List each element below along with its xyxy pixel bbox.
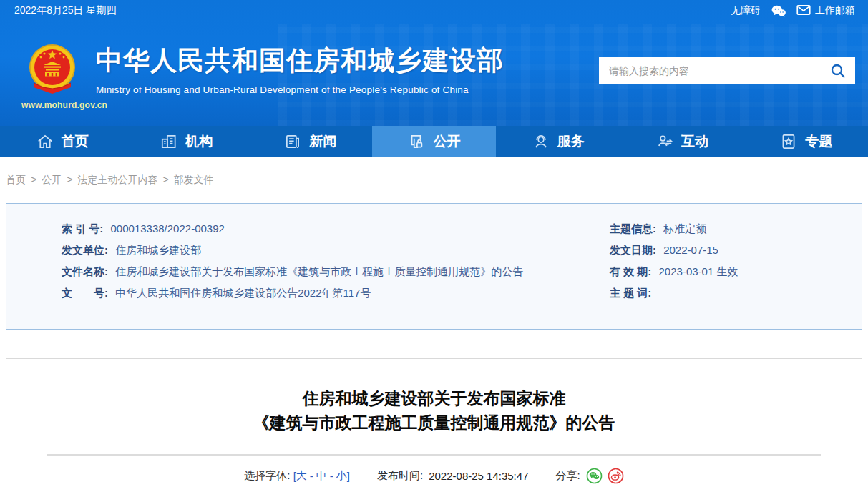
meta-subject-info: 主题信息: 标准定额 xyxy=(610,218,862,240)
publish-time-label: 发布时间: xyxy=(377,469,423,483)
site-url: www.mohurd.gov.cn xyxy=(21,100,83,110)
site-title-chinese: 中华人民共和国住房和城乡建设部 xyxy=(96,43,504,79)
breadcrumb-statutory-content[interactable]: 法定主动公开内容 xyxy=(77,174,157,185)
meta-issue-date: 发文日期: 2022-07-15 xyxy=(610,240,862,261)
article-container: 住房和城乡建设部关于发布国家标准 《建筑与市政工程施工质量控制通用规范》的公告 … xyxy=(6,358,862,487)
star-badge-icon xyxy=(779,132,798,151)
meta-document-number: 文 号: 中华人民共和国住房和城乡建设部公告2022年第117号 xyxy=(62,282,610,304)
envelope-icon xyxy=(796,4,811,18)
article-meta-row: 选择字体: [大-中-小] 发布时间: 2022-08-25 14:35:47 … xyxy=(6,468,862,484)
wechat-icon[interactable] xyxy=(771,4,786,17)
meta-keywords: 主 题 词: xyxy=(610,282,862,304)
main-navigation: 首页 机构 新闻 公开 xyxy=(0,126,868,157)
nav-item-home[interactable]: 首页 xyxy=(0,126,124,157)
search-input[interactable] xyxy=(609,65,829,77)
nav-item-organization[interactable]: 机构 xyxy=(124,126,248,157)
meta-index-number: 索 引 号: 000013338/2022-00392 xyxy=(62,218,610,240)
person-arrows-icon xyxy=(655,132,674,151)
font-size-large[interactable]: 大 xyxy=(296,469,307,483)
meta-effective-date: 有 效 期: 2023-03-01 生效 xyxy=(610,261,862,282)
font-size-label: 选择字体: xyxy=(244,469,290,483)
top-bar: 2022年8月25日 星期四 无障碍 xyxy=(0,0,868,21)
document-metadata-box: 索 引 号: 000013338/2022-00392 发文单位: 住房和城乡建… xyxy=(6,203,862,330)
national-emblem-logo xyxy=(28,86,77,98)
breadcrumb: 首页>公开>法定主动公开内容>部发文件 xyxy=(0,157,868,203)
site-header: 2022年8月25日 星期四 无障碍 xyxy=(0,0,868,126)
font-size-medium[interactable]: 中 xyxy=(316,469,327,483)
site-title-english: Ministry of Housing and Urban-Rural Deve… xyxy=(96,84,504,95)
newspaper-icon xyxy=(283,132,302,151)
title-divider xyxy=(47,454,821,456)
publish-time-value: 2022-08-25 14:35:47 xyxy=(429,470,528,482)
nav-item-disclosure[interactable]: 公开 xyxy=(372,126,496,157)
share-weibo-icon[interactable] xyxy=(608,468,624,484)
search-box xyxy=(599,57,855,84)
meta-document-name: 文件名称: 住房和城乡建设部关于发布国家标准《建筑与市政工程施工质量控制通用规范… xyxy=(62,261,610,282)
share-wechat-icon[interactable] xyxy=(586,468,603,484)
service-person-icon xyxy=(532,132,550,151)
meta-issuing-unit: 发文单位: 住房和城乡建设部 xyxy=(62,240,610,261)
article-title: 住房和城乡建设部关于发布国家标准 《建筑与市政工程施工质量控制通用规范》的公告 xyxy=(6,386,862,435)
home-icon xyxy=(36,132,54,151)
work-mailbox-link[interactable]: 工作邮箱 xyxy=(796,4,855,18)
nav-item-news[interactable]: 新闻 xyxy=(248,126,372,157)
nav-item-interaction[interactable]: 互动 xyxy=(620,126,743,157)
nav-item-services[interactable]: 服务 xyxy=(496,126,620,157)
breadcrumb-disclosure[interactable]: 公开 xyxy=(42,174,62,185)
building-icon xyxy=(160,132,178,151)
accessibility-link[interactable]: 无障碍 xyxy=(731,4,761,17)
nav-item-topics[interactable]: 专题 xyxy=(744,126,868,157)
current-date: 2022年8月25日 星期四 xyxy=(14,4,116,17)
breadcrumb-current-page: 部发文件 xyxy=(174,174,214,185)
search-icon[interactable] xyxy=(829,62,847,79)
font-size-small[interactable]: 小 xyxy=(336,469,347,483)
breadcrumb-home[interactable]: 首页 xyxy=(6,174,26,185)
share-label: 分享: xyxy=(555,469,580,483)
documents-lock-icon xyxy=(407,132,426,151)
